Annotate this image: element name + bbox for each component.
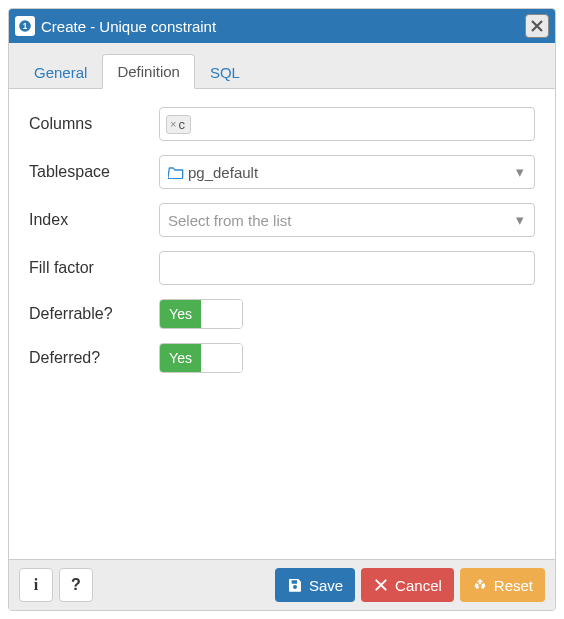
- tab-definition[interactable]: Definition: [102, 54, 195, 89]
- row-tablespace: Tablespace pg_default ▾: [29, 155, 535, 189]
- tab-content: Columns × c Tablespace pg_default: [9, 89, 555, 559]
- label-index: Index: [29, 211, 159, 229]
- label-deferrable: Deferrable?: [29, 305, 159, 323]
- toggle-off-half: [201, 344, 242, 372]
- folder-icon: [168, 165, 184, 179]
- reset-button[interactable]: Reset: [460, 568, 545, 602]
- column-tag-label: c: [178, 117, 185, 132]
- index-select[interactable]: Select from the list ▾: [159, 203, 535, 237]
- label-deferred: Deferred?: [29, 349, 159, 367]
- close-icon: [373, 577, 389, 593]
- save-icon: [287, 577, 303, 593]
- app-icon: 1: [15, 16, 35, 36]
- caret-down-icon: ▾: [516, 211, 524, 229]
- row-index: Index Select from the list ▾: [29, 203, 535, 237]
- remove-tag-icon[interactable]: ×: [170, 118, 176, 130]
- row-fillfactor: Fill factor: [29, 251, 535, 285]
- tab-sql[interactable]: SQL: [195, 55, 255, 89]
- close-button[interactable]: [525, 14, 549, 38]
- toggle-off-half: [201, 300, 242, 328]
- recycle-icon: [472, 577, 488, 593]
- deferred-toggle[interactable]: Yes: [159, 343, 243, 373]
- row-columns: Columns × c: [29, 107, 535, 141]
- caret-down-icon: ▾: [516, 163, 524, 181]
- reset-label: Reset: [494, 577, 533, 594]
- footer: i ? Save Cancel Reset: [9, 559, 555, 610]
- dialog: 1 Create - Unique constraint General Def…: [8, 8, 556, 611]
- save-button[interactable]: Save: [275, 568, 355, 602]
- toggle-on-label: Yes: [160, 344, 201, 372]
- cancel-label: Cancel: [395, 577, 442, 594]
- column-tag[interactable]: × c: [166, 115, 191, 134]
- row-deferrable: Deferrable? Yes: [29, 299, 535, 329]
- cancel-button[interactable]: Cancel: [361, 568, 454, 602]
- titlebar: 1 Create - Unique constraint: [9, 9, 555, 43]
- label-tablespace: Tablespace: [29, 163, 159, 181]
- help-button[interactable]: ?: [59, 568, 93, 602]
- info-button[interactable]: i: [19, 568, 53, 602]
- svg-text:1: 1: [23, 22, 28, 31]
- columns-input[interactable]: × c: [159, 107, 535, 141]
- tabs-bar: General Definition SQL: [9, 43, 555, 89]
- save-label: Save: [309, 577, 343, 594]
- tab-general[interactable]: General: [19, 55, 102, 89]
- label-columns: Columns: [29, 115, 159, 133]
- row-deferred: Deferred? Yes: [29, 343, 535, 373]
- fillfactor-input[interactable]: [159, 251, 535, 285]
- label-fillfactor: Fill factor: [29, 259, 159, 277]
- tablespace-value: pg_default: [188, 164, 258, 181]
- index-placeholder: Select from the list: [168, 212, 291, 229]
- dialog-title: Create - Unique constraint: [41, 18, 525, 35]
- toggle-on-label: Yes: [160, 300, 201, 328]
- deferrable-toggle[interactable]: Yes: [159, 299, 243, 329]
- tablespace-select[interactable]: pg_default ▾: [159, 155, 535, 189]
